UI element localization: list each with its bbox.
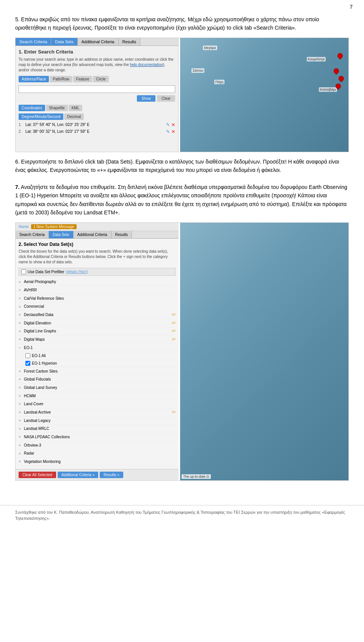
sc1-subtab-pathrow[interactable]: Path/Row xyxy=(50,76,72,82)
expand-icon[interactable]: + xyxy=(19,368,22,375)
expand-icon[interactable]: + xyxy=(19,409,22,416)
expand-icon[interactable]: + xyxy=(19,384,22,391)
list-item: + Digital Elevation 🏷 xyxy=(19,319,176,327)
expand-icon[interactable]: + xyxy=(19,376,22,383)
sc1-coord-tab-kml[interactable]: KML xyxy=(69,105,83,111)
expand-icon[interactable]: + xyxy=(19,450,22,457)
expand-icon[interactable]: + xyxy=(19,319,22,327)
sc2-clear-all-button[interactable]: Clear All Selected xyxy=(19,472,56,478)
sc1-tab-data-sets[interactable]: Data Sets xyxy=(51,38,77,46)
screenshot2-map: The up-to-date G xyxy=(180,223,348,480)
sc2-tab-additional[interactable]: Additional Criteria xyxy=(74,231,111,238)
sc2-home-link[interactable]: Home xyxy=(19,225,29,229)
sc2-title: 2. Select Your Data Set(s) xyxy=(19,242,176,247)
sc2-prefilter-link[interactable]: (What's This?) xyxy=(66,270,88,274)
sc1-deg-tab-dms[interactable]: Degree/Minute/Second xyxy=(19,113,63,120)
sc1-subtabs: Address/Place Path/Row Feature Circle xyxy=(19,76,175,82)
sc1-coord-edit-2[interactable]: ✎ xyxy=(166,129,170,134)
sc1-tab-results[interactable]: Results xyxy=(119,38,141,46)
expand-icon[interactable]: + xyxy=(19,392,22,400)
sc1-coord-tab-coordinates[interactable]: Coordinates xyxy=(19,105,45,111)
sc1-deg-tab-decimal[interactable]: Decimal xyxy=(64,113,84,120)
section-6-text: 6. Ενεργοποιήστε το διπλανό click tab (D… xyxy=(15,157,349,217)
paragraph-6: 6. Ενεργοποιήστε το διπλανό click tab (D… xyxy=(15,157,349,175)
sc2-prefilter-row: Use Data Set Prefilter (What's This?) xyxy=(19,268,176,276)
sc2-results-button[interactable]: Results » xyxy=(100,472,123,478)
sc1-coord-edit-1[interactable]: ✎ xyxy=(166,122,170,127)
sc2-tab-data-sets[interactable]: Data Sets xyxy=(49,231,74,238)
item-label: Land Cover xyxy=(24,401,176,407)
item-label: EO-1 Ali xyxy=(32,352,46,359)
list-item: + Landsat MRLC xyxy=(19,425,176,433)
screenshot2-left: Home 1 New System Message Search Criteri… xyxy=(16,223,179,480)
sc1-subtab-address[interactable]: Address/Place xyxy=(19,76,49,82)
expand-icon[interactable]: + xyxy=(19,400,22,408)
sc2-tab-search-criteria[interactable]: Search Criteria xyxy=(16,231,49,238)
sc2-prefilter-checkbox[interactable] xyxy=(21,269,26,274)
list-item: + Orbview-3 xyxy=(19,441,176,450)
item-label: Vegetation Monitoring xyxy=(24,458,176,465)
list-item: + Declassified Data 🏷 xyxy=(19,311,176,319)
list-item: + Global Land Survey xyxy=(19,384,176,392)
map-label-3: Σίκπου xyxy=(191,68,204,73)
sc1-tab-search-criteria[interactable]: Search Criteria xyxy=(16,38,51,46)
expand-icon[interactable]: + xyxy=(19,286,22,294)
sc1-coord-row-1: 1. Lat: 37° 59' 40" N, Lon: 023° 25' 29"… xyxy=(19,122,175,127)
expand-icon[interactable]: + xyxy=(19,442,22,449)
map-label-1: Μεγάρα xyxy=(203,46,217,50)
sc1-coord-num-1: 1. xyxy=(19,123,24,127)
expand-icon[interactable]: + xyxy=(19,328,22,335)
list-item: + Digital Line Graphs 🏷 xyxy=(19,327,176,336)
list-item: + Radar xyxy=(19,450,176,458)
map-label-4: Πόχη xyxy=(214,80,224,84)
expand-icon[interactable]: + xyxy=(19,336,22,343)
screenshot1-container: Search Criteria Data Sets Additional Cri… xyxy=(15,38,349,152)
eo1-hyperion-checkbox[interactable] xyxy=(25,361,30,366)
expand-icon[interactable]: + xyxy=(19,279,22,286)
sc2-additional-criteria-button[interactable]: Additional Criteria » xyxy=(58,472,98,478)
sc1-subtab-feature[interactable]: Feature xyxy=(73,76,92,82)
item-label: Radar xyxy=(24,450,176,456)
item-label: Digital Line Graphs xyxy=(24,328,171,334)
expand-icon[interactable]: + xyxy=(19,311,22,318)
flag-icon: 🏷 xyxy=(172,328,176,334)
paragraph-1: 5. Επάνω ακριβώς από τον πίνακα εμφανίζο… xyxy=(15,15,349,32)
expand-icon[interactable]: + xyxy=(19,303,22,310)
flag-icon: 🏷 xyxy=(172,312,176,318)
eo1-ali-checkbox[interactable] xyxy=(25,353,30,358)
sc1-address-input[interactable] xyxy=(19,85,175,93)
sc1-title: 1. Enter Search Criteria xyxy=(19,49,175,55)
sc1-coord-tab-shapefile[interactable]: Shapefile xyxy=(46,105,68,111)
list-item: + Land Cover xyxy=(19,400,176,408)
expand-icon[interactable]: + xyxy=(19,417,22,424)
flag-icon: 🏷 xyxy=(172,320,176,326)
item-label: Declassified Data xyxy=(24,312,171,318)
list-item: + Vegetation Monitoring xyxy=(19,458,176,466)
expand-icon[interactable]: − xyxy=(19,344,22,351)
sc1-clear-button[interactable]: Clear xyxy=(157,95,175,102)
item-label: Landsat Archive xyxy=(24,409,171,415)
sc2-tab-results[interactable]: Results xyxy=(111,231,132,238)
item-label: Digital Maps xyxy=(24,336,171,343)
sc1-subtab-circle[interactable]: Circle xyxy=(93,76,109,82)
item-label: Landsat Legacy xyxy=(24,417,176,424)
expand-icon[interactable]: + xyxy=(19,295,22,302)
help-link[interactable]: help documentation xyxy=(130,63,163,67)
expand-icon[interactable]: + xyxy=(19,458,22,465)
list-item: + Digital Maps 🏷 xyxy=(19,335,176,344)
screenshot1-map: Μεγάρα Κουμπίντρι Σίκπου Πόχη Κοτσαβάρι xyxy=(180,38,348,152)
sc1-coord-delete-2[interactable]: ✕ xyxy=(171,129,175,134)
item-label: EO-1 Hyperion xyxy=(32,360,57,367)
sc2-message-badge[interactable]: 1 New System Message xyxy=(31,224,77,229)
sc1-tab-additional[interactable]: Additional Criteria xyxy=(78,38,119,46)
sc1-coord-delete-1[interactable]: ✕ xyxy=(171,122,175,127)
item-label: Digital Elevation xyxy=(24,320,171,326)
item-label: HCMM xyxy=(24,393,176,399)
expand-icon[interactable]: + xyxy=(19,433,22,441)
sc2-body: 2. Select Your Data Set(s) Check the box… xyxy=(16,239,179,469)
map2-placeholder: The up-to-date G xyxy=(180,223,348,480)
expand-icon[interactable]: + xyxy=(19,425,22,433)
map-label-2: Κουμπίντρι xyxy=(307,57,326,61)
sc1-show-button[interactable]: Show xyxy=(137,95,155,102)
flag-icon: 🏷 xyxy=(172,409,176,415)
